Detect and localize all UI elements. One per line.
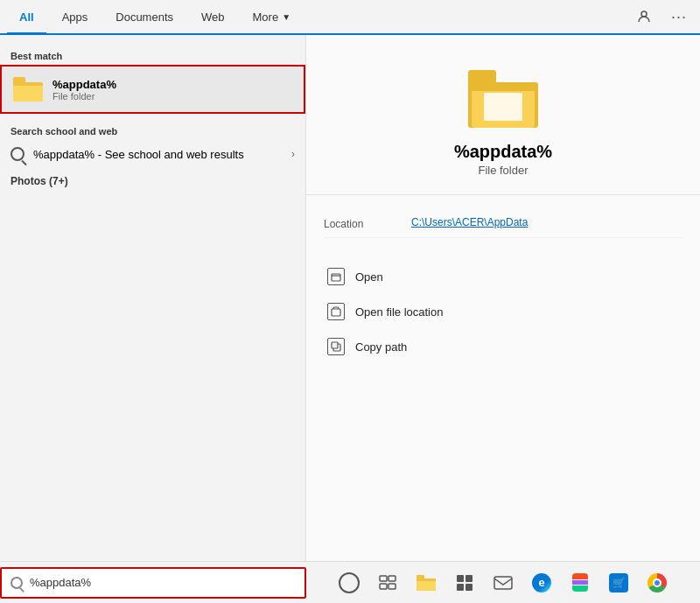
svg-rect-12	[466, 584, 472, 591]
nav-right-icons: ···	[630, 3, 693, 31]
tab-more[interactable]: More ▼	[241, 0, 304, 34]
cortana-icon-btn[interactable]	[332, 565, 367, 600]
search-bar-icon	[10, 577, 23, 589]
copy-path-icon	[327, 338, 345, 355]
top-nav: All Apps Documents Web More ▼ ···	[0, 0, 700, 35]
svg-rect-6	[388, 576, 396, 581]
svg-rect-7	[380, 584, 387, 589]
search-bar[interactable]: %appdata%	[0, 567, 306, 599]
copy-path-icon-svg	[331, 341, 341, 352]
cortana-circle-icon	[339, 572, 360, 593]
svg-rect-2	[332, 309, 340, 316]
file-explorer-btn[interactable]	[409, 565, 444, 600]
right-top-section: %appdata% File folder	[306, 35, 700, 195]
open-location-icon	[327, 303, 345, 320]
web-search-result[interactable]: %appdata% - See school and web results ›	[0, 140, 305, 168]
chevron-down-icon: ▼	[282, 12, 290, 22]
right-details-section: Location C:\Users\ACER\AppData	[306, 195, 700, 252]
open-location-icon-svg	[331, 306, 341, 317]
tab-all-label: All	[19, 11, 34, 24]
open-icon-svg	[331, 271, 341, 282]
edge-icon-btn[interactable]: e	[524, 565, 559, 600]
svg-rect-10	[466, 575, 472, 582]
store-icon-btn[interactable]	[447, 565, 482, 600]
search-web-label: Search school and web	[0, 121, 305, 140]
large-folder-icon	[468, 70, 538, 128]
tab-more-label: More	[253, 11, 279, 24]
person-icon	[637, 10, 651, 24]
taskview-icon-btn[interactable]	[370, 565, 405, 600]
best-match-title: %appdata%	[52, 78, 116, 91]
open-location-label: Open file location	[355, 305, 443, 319]
chrome-icon	[648, 573, 667, 592]
svg-rect-13	[494, 577, 512, 589]
right-actions-section: Open Open file location	[306, 252, 700, 371]
location-label: Location	[324, 216, 394, 230]
chrome-icon-btn[interactable]	[640, 565, 675, 600]
svg-rect-8	[388, 584, 396, 589]
location-value[interactable]: C:\Users\ACER\AppData	[411, 216, 528, 228]
open-icon	[327, 268, 345, 285]
right-panel: %appdata% File folder Location C:\Users\…	[306, 35, 700, 561]
open-action[interactable]: Open	[324, 259, 682, 294]
main-content: Best match %appdata% File folder Search …	[0, 35, 700, 561]
tab-documents-label: Documents	[116, 11, 173, 24]
tab-web-label: Web	[201, 11, 225, 24]
tab-documents[interactable]: Documents	[103, 0, 186, 34]
right-app-name: %appdata%	[454, 142, 552, 162]
folder-icon	[12, 74, 44, 105]
best-match-item[interactable]: %appdata% File folder	[0, 65, 305, 114]
file-explorer-icon	[416, 575, 436, 591]
svg-rect-4	[332, 342, 338, 348]
photos-label: Photos (7+)	[0, 168, 305, 191]
figma-icon	[572, 573, 588, 592]
edge-icon: e	[532, 573, 551, 592]
taskbar: %appdata%	[0, 561, 700, 603]
best-match-subtitle: File folder	[52, 91, 116, 102]
svg-rect-1	[332, 274, 340, 281]
tab-apps[interactable]: Apps	[50, 0, 101, 34]
mail-icon-btn[interactable]	[486, 565, 521, 600]
taskbar-icons: e 🛒	[306, 565, 700, 600]
more-options-btn[interactable]: ···	[665, 3, 693, 31]
taskview-icon	[379, 575, 396, 591]
arrow-right-icon: ›	[291, 148, 295, 160]
web-result-label: %appdata% - See school and web results	[33, 148, 283, 161]
location-row: Location C:\Users\ACER\AppData	[324, 209, 682, 238]
open-label: Open	[355, 270, 383, 284]
bag-icon-btn[interactable]: 🛒	[601, 565, 636, 600]
svg-rect-11	[457, 584, 464, 591]
tab-web[interactable]: Web	[189, 0, 237, 34]
figma-icon-btn[interactable]	[563, 565, 598, 600]
left-panel: Best match %appdata% File folder Search …	[0, 35, 306, 561]
mail-icon	[494, 576, 513, 590]
search-bar-text: %appdata%	[30, 576, 91, 589]
right-app-type: File folder	[478, 164, 528, 177]
tab-all[interactable]: All	[7, 0, 46, 34]
best-match-text: %appdata% File folder	[52, 78, 116, 102]
web-result-text: %appdata% - See school and web results	[33, 148, 283, 161]
copy-path-action[interactable]: Copy path	[324, 329, 682, 364]
open-location-action[interactable]: Open file location	[324, 294, 682, 329]
store-icon	[456, 574, 473, 592]
ellipsis-icon: ···	[671, 8, 687, 26]
best-match-label: Best match	[0, 46, 305, 65]
person-icon-btn[interactable]	[630, 3, 658, 31]
svg-rect-9	[457, 575, 464, 582]
svg-point-0	[641, 11, 647, 17]
tab-apps-label: Apps	[62, 11, 88, 24]
bag-icon: 🛒	[609, 573, 628, 592]
svg-rect-5	[380, 576, 387, 581]
search-small-icon	[10, 147, 24, 161]
copy-path-label: Copy path	[355, 340, 407, 354]
